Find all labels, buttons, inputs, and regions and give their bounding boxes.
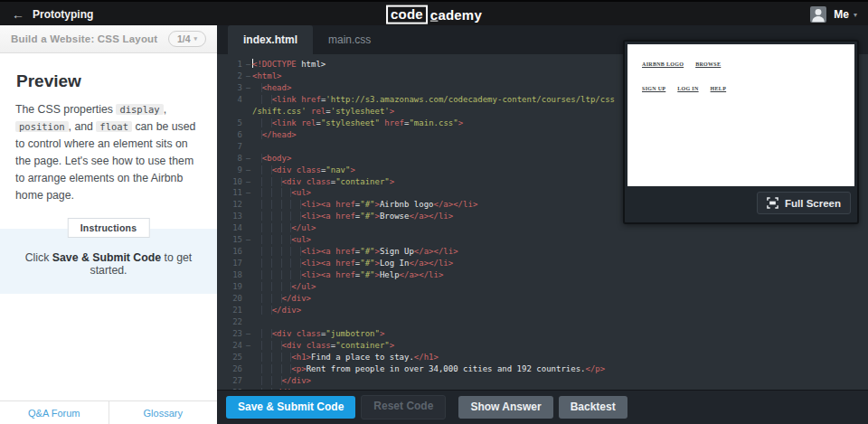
section-title: Preview [16,71,201,91]
line-number: 12 [221,199,244,211]
text: , and [69,120,97,133]
code-line[interactable]: 18 <li><a href="#">Help</a></li> [217,269,868,281]
glossary-link[interactable]: Glossary [108,401,218,424]
progress-value: 1/4 [177,33,191,44]
lesson-header: Build a Website: CSS Layout 1/4 ▾ [0,25,217,53]
line-number: 14 [221,222,244,234]
code-line[interactable]: 20 </div> [217,293,868,305]
inline-code-chip: display [116,104,163,115]
text: can be used to control where an element … [15,120,195,202]
back-navigation[interactable]: ← Prototyping [0,8,93,21]
action-bar: Save & Submit CodeReset CodeShow AnswerB… [217,390,868,424]
progress-dropdown[interactable]: 1/4 ▾ [168,31,206,47]
line-number: 15 [221,234,244,246]
code-line[interactable]: 24– <div class="container"> [217,340,868,352]
line-number: 3 [221,82,244,94]
code-text: </ul> [252,222,868,234]
line-number: 2 [221,71,244,82]
line-number: 26 [221,363,244,375]
fold-marker-icon[interactable]: – [244,153,252,165]
top-bar: ← Prototyping code cademy Me ▾ [0,0,868,28]
instructions-text: Click Save & Submit Code to get started. [0,229,217,294]
code-text: </ul> [252,281,868,293]
code-text: </div> [252,293,868,305]
code-line[interactable]: 19 </ul> [217,281,868,293]
back-arrow-icon: ← [12,8,24,21]
preview-link-sign-up[interactable]: SIGN UP [642,86,665,91]
user-menu[interactable]: Me ▾ [810,6,868,23]
code-text: <div class="container"> [252,340,868,352]
fold-marker-icon[interactable]: – [244,82,252,94]
inline-code-chip: position [15,121,69,132]
preview-panel: AIRBNB LOGOBROWSE SIGN UPLOG INHELP Full… [623,40,859,224]
code-line[interactable]: 14 </ul> [217,222,868,234]
inline-code-chip: float [96,121,132,132]
text: , [164,103,166,116]
fold-marker-icon[interactable]: – [244,176,252,188]
fold-marker-icon[interactable]: – [244,187,252,199]
preview-nav-row-1: AIRBNB LOGOBROWSE [642,53,854,70]
fold-marker-icon[interactable]: – [244,71,252,82]
fullscreen-button[interactable]: Full Screen [757,192,851,214]
code-text: <div class="jumbotron"> [252,328,868,340]
reset-code-button[interactable]: Reset Code [361,395,446,419]
panel-spacer [0,294,217,400]
line-number: 27 [221,375,244,387]
line-number: 19 [221,281,244,293]
tab-main-css[interactable]: main.css [313,25,386,54]
line-number: 24 [221,340,244,352]
fold-marker-icon[interactable]: – [244,328,252,340]
avatar [810,6,826,23]
fold-marker-icon[interactable]: – [244,165,252,176]
line-number: 13 [221,211,244,222]
chevron-down-icon: ▾ [854,11,857,19]
line-number: 11 [221,187,244,199]
instructions-section: Instructions Click Save & Submit Code to… [0,229,217,294]
line-number: 18 [221,269,244,281]
line-number: 10 [221,176,244,188]
code-line[interactable]: 17 <li><a href="#">Log In</a></li> [217,258,868,269]
preview-link-browse[interactable]: BROWSE [695,61,721,67]
logo-cademy-text: cademy [430,7,482,22]
fullscreen-label: Full Screen [785,198,841,209]
code-line[interactable]: 27 </div> [217,375,868,387]
line-number: 20 [221,293,244,305]
preview-link-log-in[interactable]: LOG IN [677,86,698,91]
panel-footer: Q&A ForumGlossary [0,400,217,424]
code-text: </div> [252,305,868,316]
code-line[interactable]: 25 <h1>Find a place to stay.</h1> [217,352,868,363]
line-number: 23 [221,328,244,340]
code-text: <p>Rent from people in over 34,000 citie… [252,363,868,375]
bold-text: Save & Submit Code [52,251,161,264]
code-line[interactable]: 16 <li><a href="#">Sign Up</a></li> [217,246,868,258]
line-number: 22 [221,316,244,328]
q-a-forum-link[interactable]: Q&A Forum [0,401,108,424]
fold-marker-icon[interactable]: – [244,340,252,352]
preview-link-help[interactable]: HELP [711,86,727,91]
code-line[interactable]: 15– <ul> [217,234,868,246]
code-line[interactable]: 22 [217,316,868,328]
code-line[interactable]: 23– <div class="jumbotron"> [217,328,868,340]
line-number: 5 [221,118,244,129]
preview-link-airbnb-logo[interactable]: AIRBNB LOGO [642,61,684,67]
code-text: <li><a href="#">Sign Up</a></li> [252,246,868,258]
backtest-button[interactable]: Backtest [559,396,627,419]
code-line[interactable]: 21 </div> [217,305,868,316]
instructions-tab[interactable]: Instructions [68,218,150,238]
line-number: 16 [221,246,244,258]
codecademy-logo[interactable]: code cademy [386,5,482,24]
line-number: 1 [221,59,244,71]
fold-marker-icon[interactable]: – [244,59,252,71]
preview-screen: AIRBNB LOGOBROWSE SIGN UPLOG INHELP [627,44,854,186]
fold-marker-icon[interactable]: – [244,234,252,246]
person-icon [810,6,826,23]
save-submit-code-button[interactable]: Save & Submit Code [226,396,355,419]
code-line[interactable]: 26 <p>Rent from people in over 34,000 ci… [217,363,868,375]
show-answer-button[interactable]: Show Answer [458,396,552,419]
tab-index-html[interactable]: index.html [228,25,313,54]
lesson-description: The CSS properties display, position, an… [15,101,202,204]
user-label: Me [834,8,849,21]
code-text: <h1>Find a place to stay.</h1> [252,352,868,363]
code-text: <ul> [252,234,868,246]
text: The CSS properties [15,103,116,116]
